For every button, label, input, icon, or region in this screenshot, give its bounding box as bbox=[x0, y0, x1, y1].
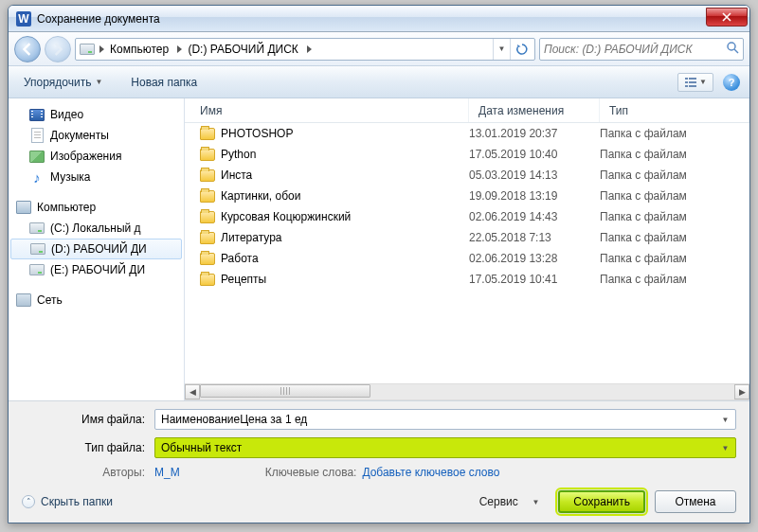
file-date: 19.09.2018 13:19 bbox=[469, 189, 600, 203]
file-name: Инста bbox=[221, 168, 252, 182]
file-date: 17.05.2019 10:40 bbox=[469, 148, 600, 161]
keywords-label: Ключевые слова: bbox=[265, 466, 363, 479]
sidebar-item-music[interactable]: ♪Музыка bbox=[9, 167, 184, 187]
view-options-button[interactable]: ▼ bbox=[677, 73, 713, 92]
file-type: Папка с файлам bbox=[600, 127, 749, 140]
file-date: 13.01.2019 20:37 bbox=[469, 127, 600, 140]
breadcrumb-sep[interactable] bbox=[97, 39, 107, 60]
column-type-header[interactable]: Тип bbox=[600, 98, 749, 122]
folder-icon bbox=[200, 211, 215, 223]
filetype-label: Тип файла: bbox=[22, 441, 154, 454]
nav-back-button[interactable] bbox=[14, 36, 41, 62]
organize-menu[interactable]: Упорядочить ▼ bbox=[18, 72, 108, 93]
folder-icon bbox=[200, 253, 215, 265]
file-type: Папка с файлам bbox=[600, 231, 749, 244]
table-row[interactable]: Литература 22.05.2018 7:13 Папка с файла… bbox=[185, 227, 749, 248]
scroll-left-button[interactable]: ◀ bbox=[185, 384, 200, 399]
horizontal-scrollbar[interactable]: ◀ ▶ bbox=[185, 383, 749, 400]
column-headers: Имя Дата изменения Тип bbox=[185, 98, 749, 123]
refresh-button[interactable] bbox=[510, 39, 532, 60]
folder-icon bbox=[200, 190, 215, 203]
folder-icon bbox=[200, 274, 215, 286]
new-folder-button[interactable]: Новая папка bbox=[125, 72, 203, 93]
search-input[interactable] bbox=[544, 43, 722, 56]
svg-rect-7 bbox=[685, 85, 688, 87]
table-row[interactable]: Картинки, обои 19.09.2018 13:19 Папка с … bbox=[185, 186, 749, 206]
music-icon: ♪ bbox=[29, 169, 45, 185]
folder-icon bbox=[200, 232, 215, 244]
breadcrumb-drive[interactable]: (D:) РАБОЧИЙ ДИСК bbox=[185, 39, 315, 60]
sidebar-item-drive-c[interactable]: (C:) Локальный д bbox=[9, 218, 184, 239]
file-name: Python bbox=[221, 148, 256, 161]
folder-icon bbox=[200, 128, 215, 140]
breadcrumb-computer[interactable]: Компьютер bbox=[107, 39, 185, 60]
sidebar-item-pictures[interactable]: Изображения bbox=[9, 146, 184, 167]
list-view-icon bbox=[684, 77, 697, 88]
hide-folders-button[interactable]: ˄ Скрыть папки bbox=[22, 495, 113, 508]
nav-bar: Компьютер (D:) РАБОЧИЙ ДИСК ▼ bbox=[9, 32, 749, 66]
table-row[interactable]: Рецепты 17.05.2019 10:41 Папка с файлам bbox=[185, 269, 749, 290]
sidebar-item-drive-d[interactable]: (D:) РАБОЧИЙ ДИ bbox=[10, 239, 182, 259]
file-type: Папка с файлам bbox=[600, 210, 749, 223]
dialog-body: Видео Документы Изображения ♪Музыка Комп… bbox=[9, 98, 749, 400]
save-dialog-window: W Сохранение документа Компьютер (D:) РА… bbox=[8, 5, 750, 523]
folder-icon bbox=[200, 149, 215, 161]
titlebar[interactable]: W Сохранение документа bbox=[9, 6, 749, 32]
file-type: Папка с файлам bbox=[600, 252, 749, 265]
sidebar-item-network[interactable]: Сеть bbox=[9, 290, 184, 310]
bottom-panel: Имя файла: НаименованиеЦена за 1 ед ▼ Ти… bbox=[9, 400, 749, 523]
sidebar-item-documents[interactable]: Документы bbox=[9, 125, 184, 146]
word-app-icon: W bbox=[16, 11, 31, 27]
filetype-value: Обычный текст bbox=[161, 441, 242, 454]
file-name: Курсовая Коцюржинский bbox=[221, 210, 351, 223]
svg-point-2 bbox=[728, 43, 735, 50]
scroll-track[interactable] bbox=[200, 384, 734, 399]
column-name-header[interactable]: Имя bbox=[185, 98, 469, 122]
filename-field[interactable]: НаименованиеЦена за 1 ед ▼ bbox=[154, 409, 736, 430]
search-box[interactable] bbox=[539, 38, 744, 61]
address-dropdown-button[interactable]: ▼ bbox=[493, 39, 510, 60]
window-title: Сохранение документа bbox=[37, 12, 706, 26]
file-type: Папка с файлам bbox=[600, 189, 749, 203]
file-name: Рецепты bbox=[221, 273, 266, 286]
sidebar-item-drive-e[interactable]: (E:) РАБОЧИЙ ДИ bbox=[9, 259, 184, 280]
sidebar-item-videos[interactable]: Видео bbox=[9, 104, 184, 125]
close-button[interactable] bbox=[706, 8, 748, 27]
help-button[interactable]: ? bbox=[723, 74, 740, 91]
table-row[interactable]: Инста 05.03.2019 14:13 Папка с файлам bbox=[185, 165, 749, 186]
scroll-right-button[interactable]: ▶ bbox=[734, 384, 749, 399]
file-date: 02.06.2019 13:28 bbox=[469, 252, 600, 265]
filename-dropdown-icon[interactable]: ▼ bbox=[718, 413, 732, 427]
cancel-button[interactable]: Отмена bbox=[655, 490, 736, 513]
drive-icon bbox=[78, 44, 97, 55]
save-button[interactable]: Сохранить bbox=[558, 490, 645, 513]
file-type: Папка с файлам bbox=[600, 168, 749, 182]
table-row[interactable]: Python 17.05.2019 10:40 Папка с файлам bbox=[185, 144, 749, 165]
authors-value[interactable]: M_M bbox=[154, 466, 180, 479]
filetype-field[interactable]: Обычный текст ▼ bbox=[154, 437, 736, 458]
svg-rect-5 bbox=[685, 81, 688, 83]
search-icon bbox=[726, 41, 739, 57]
file-name: Работа bbox=[221, 252, 259, 265]
column-date-header[interactable]: Дата изменения bbox=[469, 98, 600, 122]
toolbar: Упорядочить ▼ Новая папка ▼ ? bbox=[9, 66, 749, 98]
filename-label: Имя файла: bbox=[22, 413, 154, 426]
file-name: Картинки, обои bbox=[221, 189, 300, 203]
chevron-up-icon: ˄ bbox=[22, 495, 35, 508]
file-list[interactable]: PHOTOSHOP 13.01.2019 20:37 Папка с файла… bbox=[185, 123, 749, 383]
table-row[interactable]: Курсовая Коцюржинский 02.06.2019 14:43 П… bbox=[185, 206, 749, 227]
table-row[interactable]: PHOTOSHOP 13.01.2019 20:37 Папка с файла… bbox=[185, 123, 749, 144]
filetype-dropdown-icon[interactable]: ▼ bbox=[718, 441, 732, 455]
file-type: Папка с файлам bbox=[600, 148, 749, 161]
address-bar[interactable]: Компьютер (D:) РАБОЧИЙ ДИСК ▼ bbox=[75, 38, 535, 61]
sidebar-item-computer[interactable]: Компьютер bbox=[9, 197, 184, 218]
table-row[interactable]: Работа 02.06.2019 13:28 Папка с файлам bbox=[185, 248, 749, 269]
file-date: 17.05.2019 10:41 bbox=[469, 273, 600, 286]
keywords-value[interactable]: Добавьте ключевое слово bbox=[362, 466, 499, 479]
nav-forward-button[interactable] bbox=[45, 36, 71, 62]
file-type: Папка с файлам bbox=[600, 273, 749, 286]
scroll-thumb[interactable] bbox=[200, 384, 370, 398]
sidebar: Видео Документы Изображения ♪Музыка Комп… bbox=[9, 98, 185, 400]
tools-menu[interactable]: Сервис ▼ bbox=[479, 495, 540, 508]
authors-label: Авторы: bbox=[22, 466, 154, 479]
